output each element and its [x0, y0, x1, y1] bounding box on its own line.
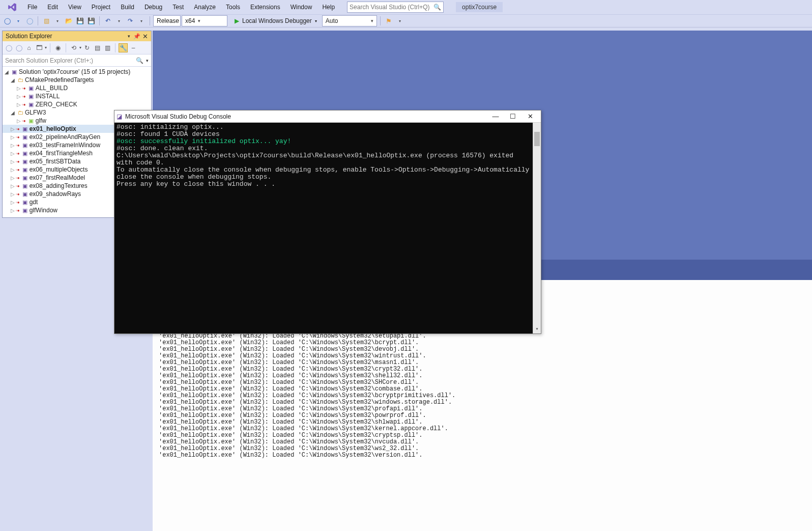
solution-search-placeholder: Search Solution Explorer (Ctrl+;): [5, 57, 93, 64]
se-properties-icon[interactable]: 🔧: [119, 43, 128, 52]
console-scrollbar[interactable]: ▴ ▾: [533, 123, 541, 333]
solution-explorer-title-bar[interactable]: Solution Explorer ▾ 📌 ✕: [3, 31, 151, 41]
se-scope-icon[interactable]: ◉: [53, 43, 63, 52]
search-options-caret[interactable]: ▾: [146, 58, 149, 63]
menu-tools[interactable]: Tools: [221, 2, 245, 13]
config-combo[interactable]: Release▾: [153, 15, 181, 26]
platform-combo[interactable]: x64▾: [182, 15, 227, 26]
search-icon: 🔍: [433, 4, 441, 11]
se-back-icon[interactable]: ◯: [4, 43, 13, 52]
menu-debug[interactable]: Debug: [139, 2, 167, 13]
vs-logo-icon: [7, 2, 17, 12]
menu-file[interactable]: File: [22, 2, 42, 13]
menu-test[interactable]: Test: [167, 2, 189, 13]
se-collapse-icon[interactable]: ▤: [93, 43, 102, 52]
caret-icon[interactable]: ▾: [52, 16, 63, 26]
open-file-icon[interactable]: 📂: [64, 16, 74, 26]
menu-window[interactable]: Window: [285, 2, 317, 13]
menu-help[interactable]: Help: [317, 2, 340, 13]
debug-console-window: ◪ Microsoft Visual Studio Debug Console …: [114, 110, 541, 334]
menu-view[interactable]: View: [63, 2, 86, 13]
nav-fwd-button[interactable]: ◯: [24, 16, 35, 26]
minimize-button[interactable]: —: [487, 113, 504, 120]
console-line: #osc: found 1 CUDA devices: [117, 131, 530, 138]
close-button[interactable]: ✕: [521, 113, 539, 120]
console-line: Press any key to close this window . . .: [117, 181, 530, 188]
console-body[interactable]: #osc: initializing optix...#osc: found 1…: [114, 123, 541, 333]
redo-icon[interactable]: ↷: [125, 16, 135, 26]
menu-edit[interactable]: Edit: [42, 2, 63, 13]
console-line: C:\Users\wald\Desktop\Projects\optix7cou…: [117, 152, 530, 166]
undo-caret-icon[interactable]: ▾: [114, 16, 124, 26]
se-refresh-icon[interactable]: ↻: [82, 43, 92, 52]
debugger-label: Local Windows Debugger: [242, 17, 312, 24]
console-line: #osc: successfully initialized optix... …: [117, 138, 530, 145]
project-INSTALL[interactable]: ◦●▣INSTALL: [3, 92, 151, 100]
search-placeholder: Search Visual Studio (Ctrl+Q): [350, 4, 430, 11]
save-icon[interactable]: 💾: [75, 16, 85, 26]
solution-explorer-title: Solution Explorer: [6, 33, 52, 40]
se-sync-icon[interactable]: ⟲: [69, 43, 78, 52]
se-showall-icon[interactable]: ▥: [103, 43, 112, 52]
menu-project[interactable]: Project: [86, 2, 115, 13]
se-switch-views-icon[interactable]: 🗔: [35, 43, 44, 52]
project-badge[interactable]: optix7course: [456, 2, 503, 12]
project-ZERO_CHECK[interactable]: ◦●▣ZERO_CHECK: [3, 100, 151, 108]
platform-value: x64: [185, 17, 195, 24]
menu-build[interactable]: Build: [115, 2, 139, 13]
new-project-icon[interactable]: ▧: [41, 16, 51, 26]
se-preview-icon[interactable]: –: [129, 43, 138, 52]
start-debug-button[interactable]: ▶ Local Windows Debugger ▾: [228, 17, 321, 24]
play-icon: ▶: [235, 17, 239, 24]
save-all-icon[interactable]: 💾: [86, 16, 96, 26]
menu-bar: FileEditViewProjectBuildDebugTestAnalyze…: [0, 0, 812, 14]
console-title: Microsoft Visual Studio Debug Console: [125, 113, 231, 120]
search-icon: 🔍: [136, 57, 143, 64]
se-home-icon[interactable]: ⌂: [24, 43, 34, 52]
se-fwd-icon[interactable]: ◯: [14, 43, 23, 52]
flag-caret-icon[interactable]: ▾: [395, 16, 405, 26]
solution-search[interactable]: Search Solution Explorer (Ctrl+;) 🔍 ▾: [3, 54, 151, 67]
console-line: #osc: initializing optix...: [117, 124, 530, 131]
folder-cmake[interactable]: 🗀CMakePredefinedTargets: [3, 76, 151, 84]
redo-caret-icon[interactable]: ▾: [136, 16, 147, 26]
nav-back-caret[interactable]: ▾: [13, 16, 23, 26]
console-line: To automatically close the console when …: [117, 166, 530, 181]
scroll-down-icon[interactable]: ▾: [533, 325, 541, 333]
project-ALL_BUILD[interactable]: ◦●▣ALL_BUILD: [3, 84, 151, 92]
console-line: #osc: done. clean exit.: [117, 145, 530, 152]
undo-icon[interactable]: ↶: [103, 16, 113, 26]
output-pane-content[interactable]: 'ex01_helloOptix.exe' (Win32): Loaded 'C…: [159, 306, 808, 531]
config-value: Release: [157, 17, 179, 24]
nav-back-button[interactable]: ◯: [2, 16, 12, 26]
main-toolbar: ◯ ▾ ◯ ▧ ▾ 📂 💾 💾 ↶ ▾ ↷ ▾ Release▾ x64▾ ▶ …: [0, 14, 812, 27]
menu-analyze[interactable]: Analyze: [189, 2, 221, 13]
console-app-icon: ◪: [117, 113, 122, 120]
auto-combo[interactable]: Auto▾: [322, 15, 377, 26]
close-panel-icon[interactable]: ✕: [142, 33, 148, 40]
scroll-thumb[interactable]: [534, 132, 540, 146]
menu-extensions[interactable]: Extensions: [245, 2, 285, 13]
quick-launch-search[interactable]: Search Visual Studio (Ctrl+Q) 🔍: [347, 2, 444, 13]
maximize-button[interactable]: ☐: [504, 113, 521, 120]
solution-explorer-toolbar: ◯ ◯ ⌂ 🗔 ▾ ◉ ⟲ ▾ ↻ ▤ ▥ 🔧 –: [3, 41, 151, 54]
solution-root[interactable]: ▣Solution 'optix7course' (15 of 15 proje…: [3, 68, 151, 76]
flag-icon[interactable]: ⚑: [384, 16, 394, 26]
pin-icon[interactable]: 📌: [133, 33, 140, 40]
console-title-bar[interactable]: ◪ Microsoft Visual Studio Debug Console …: [114, 110, 541, 123]
window-position-icon[interactable]: ▾: [128, 34, 130, 39]
auto-value: Auto: [326, 17, 338, 24]
